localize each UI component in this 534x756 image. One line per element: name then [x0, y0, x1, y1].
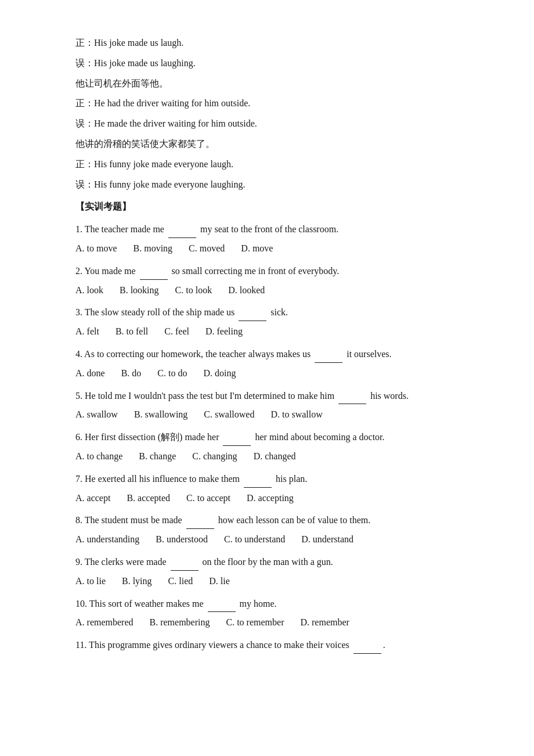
option-10c: C. to remember	[226, 614, 284, 631]
option-1b: B. moving	[134, 240, 173, 257]
question-4: 4. As to correcting our homework, the te…	[75, 346, 459, 363]
options-7: A. accept B. accepted C. to accept D. ac…	[75, 490, 459, 507]
question-7: 7. He exerted all his influence to make …	[75, 471, 459, 488]
option-9a: A. to lie	[75, 573, 106, 590]
line-4: 正：He had the driver waiting for him outs…	[75, 95, 459, 112]
blank-4	[315, 362, 342, 363]
blank-5	[338, 404, 366, 404]
options-4: A. done B. do C. to do D. doing	[75, 365, 459, 382]
question-1: 1. The teacher made me my seat to the fr…	[75, 221, 459, 238]
section-title: 【实训考题】	[75, 199, 459, 215]
blank-11	[353, 653, 381, 654]
question-6: 6. Her first dissection (解剖) made her he…	[75, 429, 459, 446]
blank-9	[171, 570, 199, 571]
option-4a: A. done	[75, 365, 105, 382]
option-8d: D. understand	[301, 531, 353, 548]
options-5: A. swallow B. swallowing C. swallowed D.…	[75, 406, 459, 423]
option-5c: C. swallowed	[204, 406, 254, 423]
page-content: 正：His joke made us laugh. 误：His joke mad…	[75, 35, 459, 654]
question-10: 10. This sort of weather makes me my hom…	[75, 596, 459, 613]
options-6: A. to change B. change C. changing D. ch…	[75, 448, 459, 465]
questions-section: 1. The teacher made me my seat to the fr…	[75, 221, 459, 654]
option-6b: B. change	[139, 448, 176, 465]
question-2: 2. You made me so small correcting me in…	[75, 263, 459, 280]
option-9b: B. lying	[122, 573, 152, 590]
blank-8	[186, 528, 214, 529]
blank-2	[140, 279, 168, 280]
option-2c: C. to look	[175, 282, 212, 299]
options-9: A. to lie B. lying C. lied D. lie	[75, 573, 459, 590]
example-section: 正：His joke made us laugh. 误：His joke mad…	[75, 35, 459, 193]
option-9c: C. lied	[168, 573, 193, 590]
option-4d: D. doing	[203, 365, 236, 382]
option-2d: D. looked	[228, 282, 265, 299]
options-1: A. to move B. moving C. moved D. move	[75, 240, 459, 257]
line-6: 他讲的滑稽的笑话使大家都笑了。	[75, 136, 459, 153]
option-10b: B. remembering	[150, 614, 210, 631]
option-4b: B. do	[121, 365, 142, 382]
option-2b: B. looking	[120, 282, 159, 299]
option-3c: C. feel	[164, 323, 189, 340]
option-7b: B. accepted	[127, 490, 170, 507]
option-6a: A. to change	[75, 448, 122, 465]
option-10d: D. remember	[300, 614, 349, 631]
option-8b: B. understood	[156, 531, 208, 548]
option-9d: D. lie	[209, 573, 230, 590]
line-1: 正：His joke made us laugh.	[75, 35, 459, 52]
option-5a: A. swallow	[75, 406, 118, 423]
option-1c: C. moved	[189, 240, 225, 257]
option-5d: D. to swallow	[270, 406, 322, 423]
question-11: 11. This programme gives ordinary viewer…	[75, 637, 459, 654]
option-7d: D. accepting	[247, 490, 294, 507]
question-9: 9. The clerks were made on the floor by …	[75, 554, 459, 571]
options-10: A. remembered B. remembering C. to remem…	[75, 614, 459, 631]
option-10a: A. remembered	[75, 614, 134, 631]
question-5: 5. He told me I wouldn't pass the test b…	[75, 388, 459, 405]
line-8: 误：His funny joke made everyone laughing.	[75, 177, 459, 193]
blank-7	[244, 487, 272, 488]
option-7a: A. accept	[75, 490, 110, 507]
options-8: A. understanding B. understood C. to und…	[75, 531, 459, 548]
options-2: A. look B. looking C. to look D. looked	[75, 282, 459, 299]
question-8: 8. The student must be made how each les…	[75, 512, 459, 529]
option-3b: B. to fell	[116, 323, 148, 340]
option-5b: B. swallowing	[134, 406, 187, 423]
blank-10	[208, 611, 236, 612]
option-3a: A. felt	[75, 323, 99, 340]
option-1a: A. to move	[75, 240, 117, 257]
line-3: 他让司机在外面等他。	[75, 75, 459, 92]
option-8a: A. understanding	[75, 531, 139, 548]
question-3: 3. The slow steady roll of the ship made…	[75, 304, 459, 321]
option-8c: C. to understand	[224, 531, 285, 548]
option-4c: C. to do	[157, 365, 187, 382]
blank-6	[223, 445, 251, 446]
line-5: 误：He made the driver waiting for him out…	[75, 116, 459, 132]
option-6c: C. changing	[192, 448, 237, 465]
option-3d: D. feeling	[205, 323, 243, 340]
option-7c: C. to accept	[186, 490, 230, 507]
option-2a: A. look	[75, 282, 103, 299]
line-7: 正：His funny joke made everyone laugh.	[75, 156, 459, 173]
blank-1	[168, 237, 196, 238]
line-2: 误：His joke made us laughing.	[75, 55, 459, 72]
options-3: A. felt B. to fell C. feel D. feeling	[75, 323, 459, 340]
option-1d: D. move	[241, 240, 273, 257]
blank-3	[239, 321, 266, 321]
option-6d: D. changed	[254, 448, 296, 465]
